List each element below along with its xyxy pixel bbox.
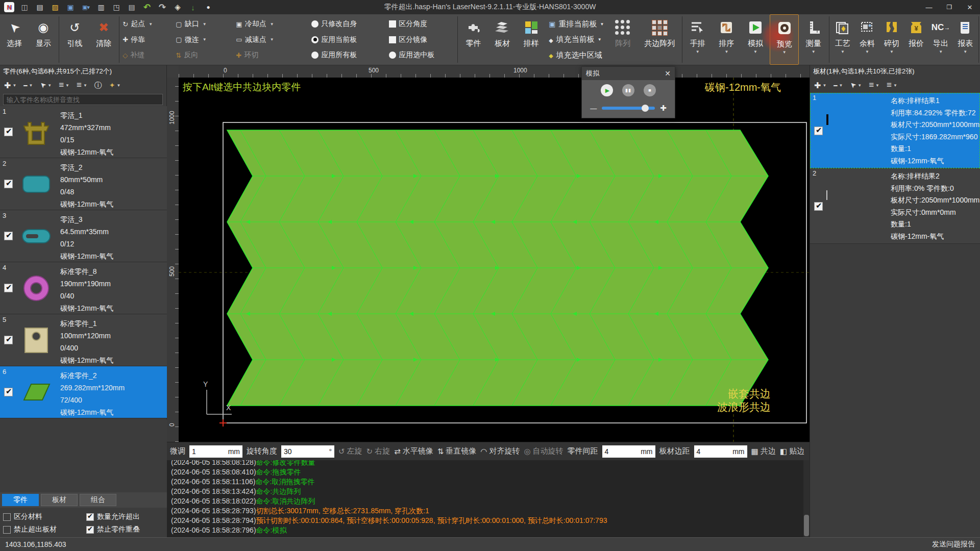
sheet-margin-input[interactable]: 4mm [694, 445, 747, 458]
undo-icon[interactable] [142, 2, 152, 12]
remove-part-button[interactable]: ▼ [23, 81, 33, 90]
fill-selected-area-button[interactable]: 填充选中区域 [549, 49, 604, 61]
select-parts-button[interactable]: ▼ [40, 81, 52, 90]
nesting-canvas[interactable]: Y X 按下Alt键选中共边块内零件 碳钢-12mm-氧气 嵌套共边 波浪形共边 [179, 78, 810, 442]
save-as-icon[interactable] [81, 2, 91, 12]
cooling-point-button[interactable]: ▣冷却点▼ [236, 19, 311, 29]
sim-speed-minus-button[interactable] [590, 104, 597, 113]
rotate-right-button[interactable]: 右旋 [366, 446, 390, 456]
start-point-button[interactable]: ↻起点▼ [122, 19, 176, 29]
popup-close-icon[interactable] [665, 69, 671, 78]
fill-current-sheet-button[interactable]: 填充当前板▼ [549, 34, 604, 46]
sheet-checkbox[interactable] [814, 202, 823, 211]
tab-parts[interactable]: 零件 [2, 494, 39, 506]
check-distinguish-angle[interactable]: 区分角度 [389, 19, 454, 29]
option-distinguish-material[interactable]: 区分材料 [3, 512, 83, 521]
measure-button[interactable]: 测量 ▼ [799, 14, 828, 65]
dock-button[interactable]: ✚停靠 [122, 35, 176, 44]
chop-button[interactable]: 碎切 ▼ [879, 14, 904, 65]
rotate-angle-input[interactable]: 30° [281, 445, 334, 458]
radio-modify-self[interactable]: 只修改自身 [311, 19, 389, 29]
new-file-icon[interactable] [35, 2, 45, 12]
microjoint-button[interactable]: ▢微连▼ [176, 35, 236, 44]
tab-groups[interactable]: 组合 [80, 494, 116, 506]
clear-button[interactable]: 清除 [89, 14, 118, 65]
part-list-item[interactable]: 2 零活_2 80mm*50mm 0/48 碳钢-12mm-氧气 [0, 158, 167, 210]
slowdown-point-button[interactable]: ▭减速点▼ [236, 35, 311, 44]
search-input[interactable] [3, 94, 163, 105]
screenshot-icon[interactable] [19, 2, 30, 12]
part-list-item[interactable]: 5 标准零件_1 100mm*120mm 0/400 碳钢-12mm-氧气 [0, 314, 167, 366]
manual-nest-button[interactable]: 手排 ▼ [683, 14, 712, 65]
option-allow-exceed-qty[interactable]: 数量允许超出 [86, 512, 166, 521]
quote-button[interactable]: ¥ 报价 [904, 14, 928, 65]
save-icon[interactable] [65, 2, 76, 12]
sim-speed-plus-button[interactable] [660, 104, 667, 113]
remove-sheet-button[interactable]: ▼ [834, 81, 843, 90]
command-log[interactable]: (2024-06-05 18:58:08:128)命令:修改零件数量 (2024… [167, 460, 810, 537]
part-list-item[interactable]: 1 零活_1 472mm*327mm 0/15 碳钢-12mm-氧气 [0, 106, 167, 158]
snap-edge-button[interactable]: 贴边 [780, 446, 804, 456]
part-tools-button[interactable]: ▼ [109, 81, 121, 90]
sim-play-button[interactable] [601, 84, 613, 96]
filter-parts-button[interactable]: ▼ [77, 80, 87, 90]
option-forbid-exceed-sheet[interactable]: 禁止超出板材 [3, 525, 83, 534]
radio-apply-current-sheet[interactable]: 应用当前板 [311, 35, 389, 44]
part-checkbox[interactable] [4, 180, 13, 188]
select-tool-button[interactable]: 选择 [0, 14, 29, 65]
parts-button[interactable]: 零件 [459, 14, 488, 65]
user-icon[interactable] [203, 2, 213, 12]
file-check-icon[interactable] [96, 2, 106, 12]
part-gap-input[interactable]: 4mm [602, 445, 655, 458]
app-window-icon[interactable] [111, 2, 121, 12]
ring-cut-button[interactable]: ✚环切 [236, 51, 311, 60]
sort-button[interactable]: 排序 ▼ [712, 14, 741, 65]
radio-apply-selected-sheets[interactable]: 应用选中板 [389, 51, 454, 60]
nest-button[interactable]: 排样 [517, 14, 546, 65]
minimize-button[interactable] [919, 0, 939, 14]
tab-sheets[interactable]: 板材 [41, 494, 78, 506]
open-folder-icon[interactable] [50, 2, 60, 12]
part-checkbox[interactable] [4, 388, 13, 396]
mirror-vertical-button[interactable]: 垂直镜像 [437, 446, 477, 456]
sheet-checkbox[interactable] [814, 127, 823, 135]
part-checkbox[interactable] [4, 336, 13, 344]
report-button[interactable]: 报表 ▼ [953, 14, 977, 65]
log-scrollbar[interactable] [803, 460, 810, 537]
fine-adjust-input[interactable]: 1mm [189, 445, 242, 458]
export-button[interactable]: NC→ 导出 ▼ [928, 14, 953, 65]
part-list-item[interactable]: 3 零活_3 64.5mm*35mm 0/12 碳钢-12mm-氧气 [0, 210, 167, 262]
sim-pause-button[interactable] [622, 84, 634, 96]
leadline-button[interactable]: 引线 [60, 14, 89, 65]
seam-fill-button[interactable]: ◇补缝 [122, 51, 176, 60]
redo-icon[interactable] [157, 2, 167, 12]
rotate-left-button[interactable]: 左旋 [338, 446, 362, 456]
filter-sheets-button[interactable]: ▼ [887, 80, 897, 90]
log-scrollbar-thumb[interactable] [804, 515, 809, 536]
sheet-list-item-selected[interactable]: 1 名称:排样结果1 利用率:84.292% 零件数:72 板材尺寸:2050m… [810, 93, 980, 168]
coedge-array-button[interactable]: 共边阵列 [639, 14, 680, 65]
remnant-button[interactable]: 余料 ▼ [855, 14, 879, 65]
import-icon[interactable] [188, 2, 198, 12]
radio-apply-all-sheets[interactable]: 应用所有板 [311, 51, 389, 60]
sort-sheets-button[interactable]: ▼ [869, 80, 879, 90]
part-checkbox[interactable] [4, 232, 13, 240]
part-checkbox[interactable] [4, 128, 13, 136]
sim-slider-thumb[interactable] [642, 105, 649, 112]
align-rotate-button[interactable]: 对齐旋转 [480, 446, 520, 456]
check-distinguish-mirror[interactable]: 区分镜像 [389, 35, 454, 44]
rearrange-current-sheet-button[interactable]: 重排当前板▼ [549, 18, 604, 30]
sim-stop-button[interactable] [644, 84, 656, 96]
display-button[interactable]: 显示 [29, 14, 58, 65]
mirror-horizontal-button[interactable]: 水平镜像 [394, 446, 433, 456]
layers-icon[interactable] [173, 2, 183, 12]
close-button[interactable] [960, 0, 980, 14]
process-button[interactable]: 工艺 ▼ [830, 14, 855, 65]
simulate-popup-titlebar[interactable]: 模拟 [582, 67, 675, 80]
part-list-item[interactable]: 4 标准零件_8 190mm*190mm 0/40 碳钢-12mm-氧气 [0, 262, 167, 314]
sim-speed-slider[interactable] [602, 107, 655, 110]
coedge-button[interactable]: 共边 [751, 446, 776, 456]
sheet-list-item[interactable]: 2 名称:排样结果2 利用率:0% 零件数:0 板材尺寸:2050mm*1000… [810, 168, 980, 244]
sort-parts-button[interactable]: ▼ [59, 80, 69, 90]
send-report-link[interactable]: 发送问题报告 [932, 540, 975, 549]
